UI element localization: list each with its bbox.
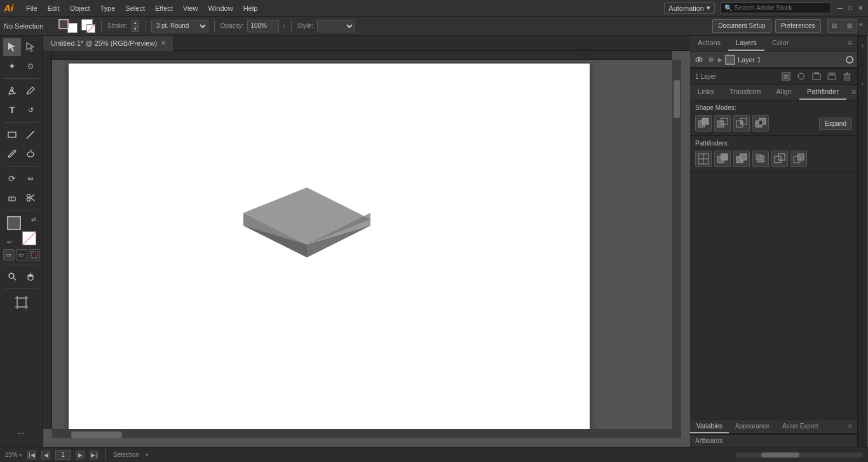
- first-page-btn[interactable]: |◀: [27, 451, 36, 459]
- tab-align[interactable]: Align: [768, 85, 799, 100]
- exclude-button[interactable]: [752, 115, 769, 132]
- tab-appearance[interactable]: Appearance: [729, 420, 776, 433]
- stroke-spinner[interactable]: ▲ ▼: [132, 20, 139, 32]
- tab-layers[interactable]: Layers: [728, 36, 764, 51]
- pencil-tool[interactable]: [22, 82, 39, 100]
- menu-window[interactable]: Window: [203, 3, 238, 14]
- divide-button[interactable]: [695, 151, 712, 167]
- tab-transform[interactable]: Transform: [722, 85, 769, 100]
- direct-selection-tool[interactable]: [22, 38, 39, 56]
- blob-brush-tool[interactable]: [22, 145, 39, 163]
- selection-tool[interactable]: [3, 38, 21, 56]
- trim-button[interactable]: [714, 151, 731, 167]
- maximize-button[interactable]: □: [846, 4, 854, 12]
- zoom-tool[interactable]: [3, 268, 21, 285]
- align-btn-1[interactable]: ⊟: [827, 19, 841, 33]
- layer-name-label[interactable]: Layer 1: [738, 56, 843, 64]
- search-stock-input[interactable]: [735, 4, 824, 11]
- rotate-tool[interactable]: ⟳: [3, 170, 21, 187]
- bottom-panel-menu[interactable]: ≡: [843, 419, 857, 433]
- status-scroll-thumb[interactable]: [761, 452, 799, 458]
- workspace-selector[interactable]: Automation ▾: [664, 2, 715, 14]
- zoom-selector[interactable]: 25% ▾: [5, 451, 22, 458]
- reset-colors-button[interactable]: ↩: [7, 239, 12, 245]
- layers-panel-menu[interactable]: ≡: [843, 36, 857, 50]
- stroke-swatch[interactable]: [67, 23, 78, 33]
- horizontal-scroll-thumb[interactable]: [71, 431, 122, 438]
- paintbrush-tool[interactable]: [3, 145, 21, 163]
- vertical-scrollbar[interactable]: [672, 60, 681, 438]
- document-setup-button[interactable]: Document Setup: [712, 19, 771, 33]
- vertical-scroll-thumb[interactable]: [674, 80, 680, 118]
- layer-visibility-toggle[interactable]: [694, 55, 704, 65]
- draw-behind-btn[interactable]: ▭: [16, 249, 27, 261]
- document-tab[interactable]: Untitled-1* @ 25% (RGB/Preview) ✕: [43, 36, 174, 51]
- panel-collapse-2[interactable]: ≡: [858, 75, 867, 93]
- merge-button[interactable]: [733, 151, 750, 167]
- rectangle-tool[interactable]: [3, 126, 21, 144]
- reflect-tool[interactable]: ⇔: [22, 170, 39, 187]
- page-number-input[interactable]: [55, 450, 71, 460]
- document-tab-close[interactable]: ✕: [161, 39, 166, 46]
- stroke-down[interactable]: ▼: [132, 26, 139, 32]
- horizontal-scrollbar[interactable]: [52, 429, 681, 438]
- menu-help[interactable]: Help: [238, 3, 263, 14]
- artboard-tool[interactable]: [13, 294, 31, 311]
- tab-actions[interactable]: Actions: [690, 36, 728, 51]
- minus-front-button[interactable]: [714, 115, 731, 132]
- tab-asset-export[interactable]: Asset Export: [776, 420, 825, 433]
- tab-variables[interactable]: Variables: [690, 420, 729, 433]
- menu-effect[interactable]: Effect: [150, 3, 178, 14]
- tab-color[interactable]: Color: [764, 36, 796, 51]
- scissors-tool[interactable]: [22, 189, 39, 207]
- stroke-white-swatch[interactable]: [86, 24, 95, 33]
- panel-collapse-1[interactable]: ≡: [858, 37, 867, 55]
- menu-view[interactable]: View: [178, 3, 203, 14]
- more-tools-button[interactable]: •••: [13, 424, 31, 442]
- prev-page-btn[interactable]: ◀: [41, 451, 50, 459]
- opacity-input[interactable]: [247, 20, 279, 32]
- unite-button[interactable]: [695, 115, 712, 132]
- lasso-tool[interactable]: ⊙: [22, 57, 39, 75]
- draw-inside-btn[interactable]: [29, 249, 40, 261]
- layer-circle-target[interactable]: [846, 56, 853, 64]
- new-layer-btn[interactable]: [811, 71, 822, 81]
- hand-tool[interactable]: [22, 268, 39, 285]
- collect-layers-btn[interactable]: [827, 71, 837, 81]
- close-button[interactable]: ✕: [857, 4, 864, 12]
- outline-button[interactable]: [771, 151, 788, 167]
- intersect-button[interactable]: [733, 115, 750, 132]
- touch-type-tool[interactable]: ↺: [22, 101, 39, 119]
- minus-back-button[interactable]: [790, 151, 807, 167]
- make-sublayer-btn[interactable]: [781, 71, 791, 81]
- expand-button[interactable]: Expand: [819, 118, 852, 130]
- last-page-btn[interactable]: ▶|: [90, 451, 98, 459]
- stroke-width-select[interactable]: 3 pt. Round: [151, 20, 208, 32]
- style-select[interactable]: [317, 20, 355, 32]
- magic-wand-tool[interactable]: ✦: [3, 57, 21, 75]
- layer-thumbnail[interactable]: [725, 55, 735, 65]
- preferences-button[interactable]: Preferences: [775, 19, 821, 33]
- draw-normal-btn[interactable]: ▭: [3, 249, 15, 261]
- menu-type[interactable]: Type: [95, 3, 121, 14]
- tab-pathfinder[interactable]: Pathfinder: [799, 85, 846, 100]
- menu-object[interactable]: Object: [65, 3, 95, 14]
- text-tool[interactable]: T: [3, 101, 21, 119]
- menu-select[interactable]: Select: [120, 3, 150, 14]
- menu-edit[interactable]: Edit: [43, 3, 65, 14]
- next-page-btn[interactable]: ▶: [76, 451, 85, 459]
- menu-file[interactable]: File: [21, 3, 43, 14]
- delete-layer-btn[interactable]: [842, 71, 852, 81]
- swap-colors-button[interactable]: ⇄: [31, 216, 36, 222]
- background-color-swatch[interactable]: [22, 231, 36, 245]
- crop-button[interactable]: [752, 151, 769, 167]
- stroke-up[interactable]: ▲: [132, 20, 139, 25]
- eraser-tool[interactable]: [3, 189, 21, 207]
- minimize-button[interactable]: —: [836, 4, 844, 12]
- foreground-color-swatch[interactable]: [7, 216, 21, 230]
- status-scrollbar[interactable]: [736, 452, 863, 458]
- opacity-more-btn[interactable]: ›: [283, 22, 285, 29]
- tab-links[interactable]: Links: [690, 85, 722, 100]
- pen-tool[interactable]: [3, 82, 21, 100]
- layer-expand-arrow[interactable]: ▶: [718, 57, 722, 63]
